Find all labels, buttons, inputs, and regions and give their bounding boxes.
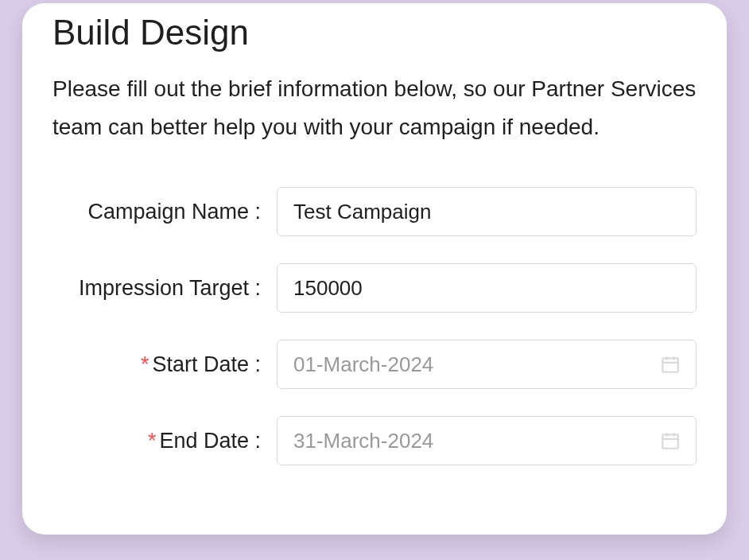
impression-target-row: Impression Target : <box>52 263 697 313</box>
campaign-name-label: Campaign Name : <box>52 200 261 224</box>
required-asterisk-icon: * <box>141 352 149 376</box>
start-date-row: *Start Date : 01-March-2024 <box>52 340 697 389</box>
end-date-row: *End Date : 31-March-2024 <box>52 416 697 465</box>
impression-target-label: Impression Target : <box>52 276 261 301</box>
end-date-input-wrap: 31-March-2024 <box>277 416 697 465</box>
end-date-picker[interactable]: 31-March-2024 <box>277 416 697 465</box>
campaign-name-input-wrap <box>277 187 697 236</box>
form-description: Please fill out the brief information be… <box>52 70 697 146</box>
campaign-name-input[interactable] <box>277 187 697 236</box>
campaign-form: Campaign Name : Impression Target : *Sta… <box>52 187 697 465</box>
start-date-label: *Start Date : <box>52 352 261 377</box>
campaign-name-row: Campaign Name : <box>52 187 697 236</box>
build-design-card: Build Design Please fill out the brief i… <box>22 3 727 535</box>
end-date-value: 31-March-2024 <box>277 416 697 465</box>
start-date-label-text: Start Date : <box>152 352 261 376</box>
end-date-label-text: End Date : <box>159 429 261 453</box>
start-date-value: 01-March-2024 <box>277 340 697 389</box>
impression-target-input[interactable] <box>277 263 697 313</box>
page-title: Build Design <box>52 13 697 52</box>
start-date-input-wrap: 01-March-2024 <box>277 340 697 389</box>
impression-target-input-wrap <box>277 263 697 313</box>
required-asterisk-icon: * <box>148 429 157 453</box>
start-date-picker[interactable]: 01-March-2024 <box>277 340 697 389</box>
end-date-label: *End Date : <box>52 429 261 453</box>
